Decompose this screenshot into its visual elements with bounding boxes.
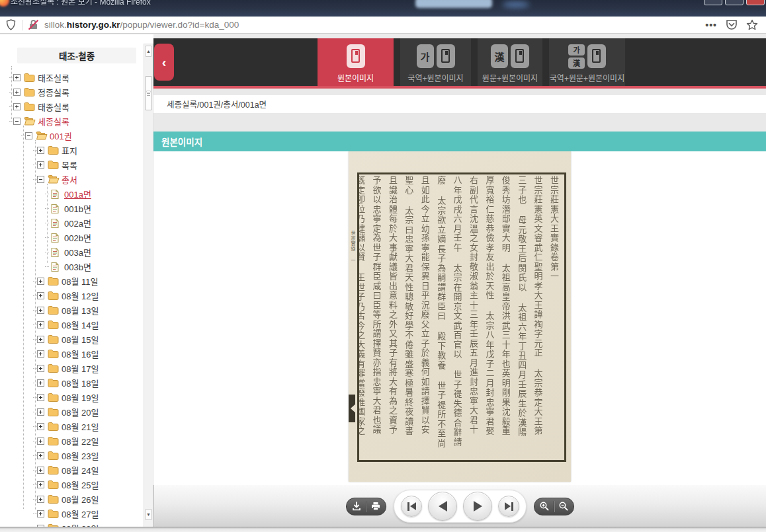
tree-expander-collapsed[interactable] <box>37 408 44 416</box>
url-bar[interactable]: sillok.history.go.kr/popup/viewer.do?id=… <box>0 17 766 34</box>
first-page-button[interactable] <box>401 496 422 517</box>
tree-item-목록[interactable]: 목록 <box>8 157 153 172</box>
tree-item-label: 태조실록 <box>38 71 69 84</box>
view-mode-tab-원문+원본이미지[interactable]: 漢원문+원본이미지 <box>478 38 542 86</box>
tree-expander-collapsed[interactable] <box>37 292 44 299</box>
tree-expander-collapsed[interactable] <box>13 74 21 81</box>
tree-item-08월 19일[interactable]: 08월 19일 <box>8 390 153 404</box>
tree-item-003a면[interactable]: 003a면 <box>8 245 153 259</box>
tree-item-08월 20일[interactable]: 08월 20일 <box>8 404 153 419</box>
document-image-icon <box>347 44 365 68</box>
doc-icon <box>50 189 62 198</box>
tree-expander-collapsed[interactable] <box>37 481 44 488</box>
tree-item-003b면[interactable]: 003b면 <box>8 259 153 274</box>
folder-open-icon <box>36 131 47 140</box>
maximize-button[interactable] <box>725 0 744 5</box>
tree-expander-collapsed[interactable] <box>37 379 44 387</box>
pocket-icon[interactable] <box>726 19 738 30</box>
tree-expander-expanded[interactable] <box>37 176 44 183</box>
tree-item-08월 25일[interactable]: 08월 25일 <box>8 477 153 492</box>
tree-expander-collapsed[interactable] <box>37 452 44 459</box>
tree-item-label: 08월 21일 <box>62 420 99 433</box>
folder-icon <box>48 291 59 300</box>
tree-expander-expanded[interactable] <box>25 132 32 139</box>
tree-expander-collapsed[interactable] <box>37 336 44 343</box>
tree-item-총서[interactable]: 총서 <box>8 172 153 186</box>
scroll-down-arrow[interactable]: ▼ <box>145 509 152 520</box>
next-page-button[interactable] <box>463 492 492 521</box>
sidebar-collapse-button[interactable]: ‹ <box>154 44 174 81</box>
tree-expander-collapsed[interactable] <box>37 496 44 503</box>
tree-item-태종실록[interactable]: 태종실록 <box>8 99 153 114</box>
tree-expander-collapsed[interactable] <box>37 307 44 314</box>
tree-item-08월 18일[interactable]: 08월 18일 <box>8 375 153 390</box>
tree-item-08월 27일[interactable]: 08월 27일 <box>8 506 153 521</box>
view-mode-tab-국역+원문+원본이미지[interactable]: 가漢국역+원문+원본이미지 <box>549 38 625 86</box>
tree-expander-collapsed[interactable] <box>37 365 44 372</box>
view-mode-tab-국역+원본이미지[interactable]: 가국역+원본이미지 <box>400 38 471 86</box>
tree-connector <box>45 194 49 194</box>
tree-item-08월 23일[interactable]: 08월 23일 <box>8 448 153 463</box>
tree-item-세종실록[interactable]: 세종실록 <box>8 114 153 128</box>
tree-item-label: 08월 20일 <box>62 406 99 418</box>
tree-expander-collapsed[interactable] <box>37 278 44 285</box>
tree-expander-expanded[interactable] <box>13 118 21 125</box>
tree-item-08월 15일[interactable]: 08월 15일 <box>8 332 153 346</box>
scroll-up-arrow[interactable]: ▲ <box>145 46 152 57</box>
folder-icon <box>48 378 59 387</box>
badge-漢: 漢 <box>568 57 585 69</box>
close-button[interactable] <box>746 0 765 5</box>
tree-item-08월 26일[interactable]: 08월 26일 <box>8 492 153 506</box>
volume-tree: 태조실록정종실록태종실록세종실록001권표지목록총서001a면001b면002a… <box>0 70 153 532</box>
print-icon[interactable] <box>370 501 381 512</box>
scrollbar-thumb[interactable] <box>145 76 152 110</box>
tree-item-label: 08월 12일 <box>62 289 99 302</box>
zoom-out-icon[interactable] <box>558 501 569 512</box>
tree-expander-collapsed[interactable] <box>37 423 44 430</box>
insecure-connection-icon[interactable] <box>28 19 39 30</box>
tree-expander-collapsed[interactable] <box>37 147 44 154</box>
tree-expander-collapsed[interactable] <box>37 394 44 401</box>
previous-page-button[interactable] <box>428 492 457 521</box>
tree-item-08월 24일[interactable]: 08월 24일 <box>8 463 153 477</box>
tree-expander-collapsed[interactable] <box>37 350 44 358</box>
url-domain: history.go.kr <box>67 20 120 30</box>
view-mode-tab-원본이미지[interactable]: 원본이미지 <box>318 38 394 86</box>
address-text[interactable]: sillok.history.go.kr/popup/viewer.do?id=… <box>44 20 705 30</box>
tree-item-001a면[interactable]: 001a면 <box>8 186 153 201</box>
zoom-in-icon[interactable] <box>539 501 550 512</box>
page-actions-icon[interactable]: ••• <box>705 20 717 30</box>
tree-item-001권[interactable]: 001권 <box>8 128 153 143</box>
last-page-button[interactable] <box>498 496 519 517</box>
bookmark-star-icon[interactable] <box>746 19 758 31</box>
tree-expander-collapsed[interactable] <box>37 161 44 169</box>
folder-icon <box>48 320 59 329</box>
doc-icon <box>50 262 62 271</box>
tree-item-002b면[interactable]: 002b면 <box>8 230 153 245</box>
tree-expander-collapsed[interactable] <box>13 103 21 110</box>
tree-item-08월 14일[interactable]: 08월 14일 <box>8 317 153 332</box>
tree-item-태조실록[interactable]: 태조실록 <box>8 70 153 85</box>
sidebar-scrollbar[interactable]: ▲ ▼ <box>144 44 153 527</box>
tree-item-정종실록[interactable]: 정종실록 <box>8 85 153 99</box>
tree-item-08월 22일[interactable]: 08월 22일 <box>8 434 153 448</box>
tree-item-08월 11일[interactable]: 08월 11일 <box>8 274 153 288</box>
tracking-protection-shield-icon[interactable] <box>6 19 16 30</box>
doc-icon <box>50 204 62 213</box>
tree-item-08월 12일[interactable]: 08월 12일 <box>8 288 153 303</box>
tree-item-표지[interactable]: 표지 <box>8 143 153 157</box>
tree-item-08월 17일[interactable]: 08월 17일 <box>8 361 153 375</box>
tree-expander-collapsed[interactable] <box>37 510 44 517</box>
tree-connector <box>45 252 49 252</box>
tree-expander-collapsed[interactable] <box>37 467 44 474</box>
tree-item-001b면[interactable]: 001b면 <box>8 201 153 215</box>
tree-expander-collapsed[interactable] <box>37 437 44 445</box>
tree-item-08월 21일[interactable]: 08월 21일 <box>8 419 153 434</box>
tree-item-002a면[interactable]: 002a면 <box>8 215 153 230</box>
tree-item-08월 13일[interactable]: 08월 13일 <box>8 303 153 317</box>
tree-item-08월 16일[interactable]: 08월 16일 <box>8 346 153 361</box>
tree-expander-collapsed[interactable] <box>37 321 44 328</box>
tree-expander-collapsed[interactable] <box>13 89 21 96</box>
download-icon[interactable] <box>351 501 362 512</box>
minimize-button[interactable] <box>704 0 722 5</box>
